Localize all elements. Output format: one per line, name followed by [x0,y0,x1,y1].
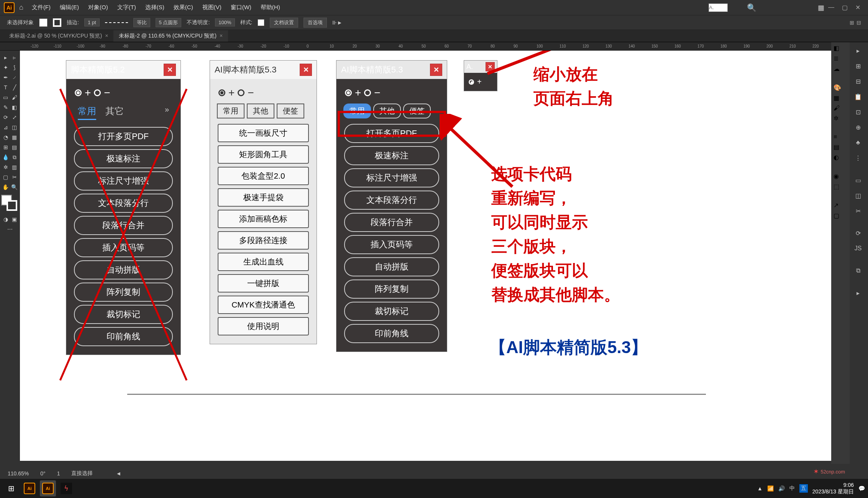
curvature-tool[interactable]: ⟋ [10,73,18,82]
tray-icon[interactable]: 📶 [767,485,774,491]
line-tool[interactable]: ╱ [10,83,18,92]
btn-para-merge[interactable]: 段落行合并 [344,213,439,232]
radio-collapse[interactable] [238,89,244,96]
doc-tab-1[interactable]: 未标题-2.ai @ 50 % (CMYK/CPU 预览)× [4,30,113,42]
close-button[interactable]: ✕ [486,62,495,71]
menu-file[interactable]: 文件(F) [28,2,54,13]
artboards-icon[interactable]: ▢ [834,212,847,219]
menu-effect[interactable]: 效果(C) [170,2,197,13]
shape-builder-tool[interactable]: ◔ [2,133,10,141]
gradient-panel-icon[interactable]: ▤ [834,143,847,151]
radio-collapse[interactable] [94,89,101,96]
direct-selection-tool[interactable]: ▹ [10,53,18,62]
panel-icon[interactable]: ⊕ [852,121,864,133]
notification-icon[interactable]: 💬 [858,485,865,491]
panel-icon[interactable]: ♣ [852,136,864,149]
radio-expand[interactable] [345,89,352,96]
graphic-styles-icon[interactable]: ⬚ [834,183,847,190]
panel-icon[interactable]: JS [852,242,864,255]
panel-icon[interactable]: ◫ [852,189,864,202]
opacity-select[interactable]: 100% [215,18,235,26]
panel-toggle-icon[interactable]: ⊞ [850,20,854,26]
eraser-tool[interactable]: ◧ [10,103,18,112]
tray-ime-2[interactable]: 五 [799,484,808,493]
screen-mode-icon[interactable]: ▣ [10,215,18,224]
rotate-tool[interactable]: ⟳ [2,113,10,122]
doc-tab-2[interactable]: 未标题-2 @ 110.65 % (CMYK/CPU 预览)× [113,30,228,42]
stroke-panel-icon[interactable]: ≡ [834,133,847,140]
panel-icon[interactable]: ▸ [852,44,864,57]
menu-window[interactable]: 窗口(W) [227,2,255,13]
panel-icon[interactable]: ⊡ [852,106,864,118]
paintbrush-tool[interactable]: 🖌 [10,93,18,102]
color-icon[interactable]: 🎨 [834,84,847,91]
menu-type[interactable]: 文字(T) [113,2,140,13]
close-icon[interactable]: ✕ [855,4,860,11]
artboard-canvas[interactable]: 脚本精简版5.2 ✕ + − 常用 其它 » 打开多页PDF 极速标注 标注尺寸… [20,51,868,461]
scroll-left-icon[interactable]: ◄ [116,470,121,477]
tray-ime-1[interactable]: 中 [789,485,795,492]
btn-array-copy[interactable]: 阵列复制 [344,279,439,299]
stroke-weight-select[interactable]: 1 pt [84,18,100,26]
btn-para-merge[interactable]: 段落行合并 [74,216,173,235]
btn-multi-path-join[interactable]: 多段路径连接 [218,231,309,250]
panel-icon[interactable]: ⋮ [852,152,864,164]
scale-tool[interactable]: ⤢ [10,113,18,122]
properties-icon[interactable]: ◧ [834,44,847,52]
type-tool[interactable]: T [2,83,10,92]
btn-quick-bag[interactable]: 极速手提袋 [218,188,309,207]
btn-auto-impose[interactable]: 自动拼版 [344,257,439,276]
zoom-tool[interactable]: 🔍 [10,183,18,191]
btn-corner-lines[interactable]: 印前角线 [74,327,173,346]
radio-expand[interactable] [75,89,82,96]
close-button[interactable]: ✕ [430,64,442,76]
uniform-select[interactable]: 等比 [133,18,150,27]
panel-icon[interactable]: ⊞ [852,60,864,72]
btn-cmyk-pantone[interactable]: CMYK查找潘通色 [218,296,309,314]
radio-collapse[interactable] [364,89,371,96]
menu-view[interactable]: 视图(V) [199,2,225,13]
gradient-tool[interactable]: ▤ [10,143,18,151]
tray-icon[interactable]: ▲ [757,485,763,491]
tab-close-icon[interactable]: × [105,33,108,39]
brush-select[interactable]: 5 点圆形 [156,18,182,27]
btn-quick-annotate[interactable]: 极速标注 [344,146,439,165]
taskbar-clock[interactable]: 9:06 2023/8/13 星期日 [812,482,854,495]
btn-rect-corner[interactable]: 矩形圆角工具 [218,145,309,164]
fill-stroke-control[interactable] [1,195,18,212]
btn-insert-page[interactable]: 插入页码等 [74,238,173,257]
zoom-level[interactable]: 110.65% [8,470,29,477]
style-swatch[interactable] [258,19,264,26]
prefs-button[interactable]: 首选项 [304,18,327,28]
maximize-icon[interactable]: ▢ [842,4,848,11]
free-transform-tool[interactable]: ◫ [10,123,18,131]
start-button[interactable]: ⊞ [3,480,19,496]
mesh-tool[interactable]: ⊞ [2,143,10,151]
align-icon[interactable]: ⊪► [332,20,342,26]
btn-one-click-impose[interactable]: 一键拼版 [218,274,309,293]
rotate-value[interactable]: 0° [40,470,45,477]
draw-mode-icon[interactable]: ◑ [2,215,10,224]
tab-common[interactable]: 常用 [217,104,244,118]
btn-text-split[interactable]: 文本段落分行 [74,194,173,213]
close-button[interactable]: ✕ [300,64,312,76]
taskbar-ai-1[interactable]: Ai [21,480,38,496]
panel-icon[interactable]: ▭ [852,174,864,186]
symbols-icon[interactable]: ✲ [834,115,847,122]
btn-add-color-swatch[interactable]: 添加画稿色标 [218,210,309,228]
shaper-tool[interactable]: ✎ [2,103,10,112]
lasso-tool[interactable]: ⟆ [10,63,18,72]
btn-quick-annotate[interactable]: 极速标注 [74,149,173,168]
slice-tool[interactable]: ✂ [10,173,18,181]
taskbar-ai-2[interactable]: Ai [40,480,56,496]
btn-crop-marks[interactable]: 裁切标记 [74,305,173,324]
blend-tool[interactable]: ⧉ [10,153,18,161]
btn-auto-impose[interactable]: 自动拼版 [74,260,173,279]
panel-icon[interactable]: ⧉ [852,265,864,277]
magic-wand-tool[interactable]: ✦ [2,63,10,72]
btn-crop-marks[interactable]: 裁切标记 [344,302,439,321]
chevron-right-icon[interactable]: » [165,105,169,120]
btn-array-copy[interactable]: 阵列复制 [74,283,173,302]
panel-icon[interactable]: ✂ [852,205,864,217]
artboard-tool[interactable]: ▢ [2,173,10,181]
